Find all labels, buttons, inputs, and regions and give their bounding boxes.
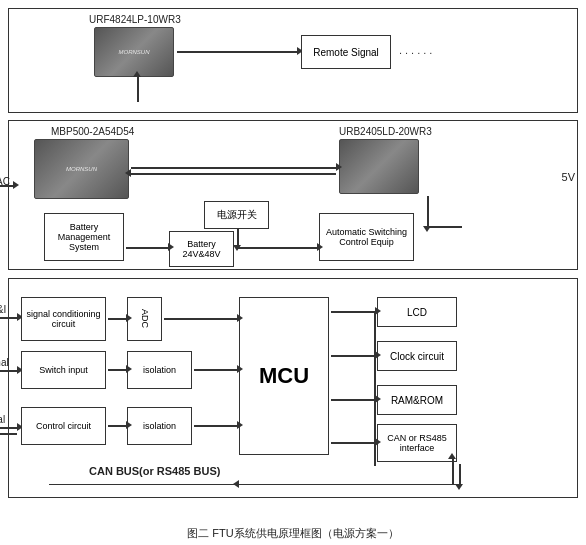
mbp-label: MBP500-2A54D54	[51, 126, 134, 137]
power-switch-box: 电源开关	[204, 201, 269, 229]
middle-section: 220VAC MBP500-2A54D54 MORNSUN URB2405LD-…	[8, 120, 578, 270]
diagram: MORNSUN URF4824LP-10WR3 Remote Signal ..…	[0, 0, 586, 545]
mbp-to-urb-arrow	[131, 167, 336, 169]
3phase-arrow	[0, 317, 17, 319]
ram-label: RAM&ROM	[391, 395, 443, 406]
moonsun-logo-mbp: MORNSUN	[66, 166, 97, 172]
mgmt-to-battery-arrow	[126, 247, 168, 249]
urb-component	[339, 139, 419, 194]
switch-iso1-arrow	[108, 369, 126, 371]
mcu-can-arrow	[331, 442, 375, 444]
iso2-mcu-arrow	[194, 425, 237, 427]
battery-mgmt-box: Battery Management System	[44, 213, 124, 261]
control-arrow-r	[0, 427, 17, 429]
switch-down-arrow	[237, 229, 239, 245]
isolation2-label: isolation	[143, 421, 176, 431]
can-right-up	[452, 459, 454, 484]
ram-box: RAM&ROM	[377, 385, 457, 415]
dots-indicator: ......	[399, 44, 435, 56]
mcu-lcd-arrow	[331, 311, 375, 313]
control-arrow-l	[0, 433, 17, 435]
urb-5v-h	[427, 226, 462, 228]
switch-input-box: Switch input	[21, 351, 106, 389]
urf-to-remote-arrow	[177, 51, 297, 53]
switching-signal-label: Switching signal	[0, 357, 9, 368]
remote-signal-box: Remote Signal	[301, 35, 391, 69]
adc-box: ADC	[127, 297, 162, 341]
can-bus-label: CAN BUS(or RS485 BUS)	[89, 465, 220, 477]
caption-text: 图二 FTU系统供电原理框图（电源方案一）	[187, 527, 398, 539]
3phase-label: 3-phaseV&I	[0, 304, 6, 315]
adc-label: ADC	[140, 309, 150, 328]
top-section: MORNSUN URF4824LP-10WR3 Remote Signal ..…	[8, 8, 578, 113]
battery-mgmt-label: Battery Management System	[58, 222, 111, 252]
urb-label: URB2405LD-20WR3	[339, 126, 432, 137]
signal-cond-label: signal conditioning circuit	[26, 309, 100, 329]
mbp-component: MORNSUN	[34, 139, 129, 199]
can-bus-h	[49, 484, 459, 486]
5v-label: 5V	[562, 171, 575, 183]
isolation1-label: isolation	[143, 365, 176, 375]
urf-component: MORNSUN	[94, 27, 174, 77]
power-switch-label: 电源开关	[217, 208, 257, 222]
can-right-down	[459, 464, 461, 484]
lcd-label: LCD	[407, 307, 427, 318]
auto-switch-box: Automatic Switching Control Equip	[319, 213, 414, 261]
control-signal-label: Control signal	[0, 414, 5, 425]
mcu-ram-arrow	[331, 399, 375, 401]
sigcond-adc-arrow	[108, 318, 126, 320]
isolation1-box: isolation	[127, 351, 192, 389]
signal-cond-box: signal conditioning circuit	[21, 297, 106, 341]
voltage-in-arrow	[0, 185, 13, 187]
diagram-caption: 图二 FTU系统供电原理框图（电源方案一）	[0, 526, 586, 541]
mcu-box: MCU	[239, 297, 329, 455]
switch-input-label: Switch input	[39, 365, 88, 375]
control-circuit-label: Control circuit	[36, 421, 91, 431]
mbp-to-urf-arrow	[137, 77, 139, 102]
clock-label: Clock circuit	[390, 351, 444, 362]
can-box: CAN or RS485 interface	[377, 424, 457, 462]
switching-arrow	[0, 370, 17, 372]
iso1-mcu-arrow	[194, 369, 237, 371]
lcd-box: LCD	[377, 297, 457, 327]
clock-box: Clock circuit	[377, 341, 457, 371]
can-label: CAN or RS485 interface	[387, 433, 447, 453]
battery-box: Battery 24V&48V	[169, 231, 234, 267]
bottom-section: 3-phaseV&I Switching signal Control sign…	[8, 278, 578, 498]
urb-to-5v-arrow	[427, 196, 429, 226]
battery-to-auto-arrow	[236, 247, 317, 249]
control-iso2-arrow	[108, 425, 126, 427]
control-circuit-box: Control circuit	[21, 407, 106, 445]
moonsun-logo-top: MORNSUN	[119, 49, 150, 55]
mcu-label: MCU	[259, 363, 309, 389]
isolation2-box: isolation	[127, 407, 192, 445]
right-vertical-line	[374, 311, 376, 466]
urf-label: URF4824LP-10WR3	[89, 14, 181, 25]
adc-mcu-arrow	[164, 318, 237, 320]
urb-to-mbp-arrow	[131, 173, 336, 175]
auto-switch-label: Automatic Switching Control Equip	[326, 227, 407, 247]
battery-label: Battery 24V&48V	[182, 239, 220, 259]
mcu-clock-arrow	[331, 355, 375, 357]
